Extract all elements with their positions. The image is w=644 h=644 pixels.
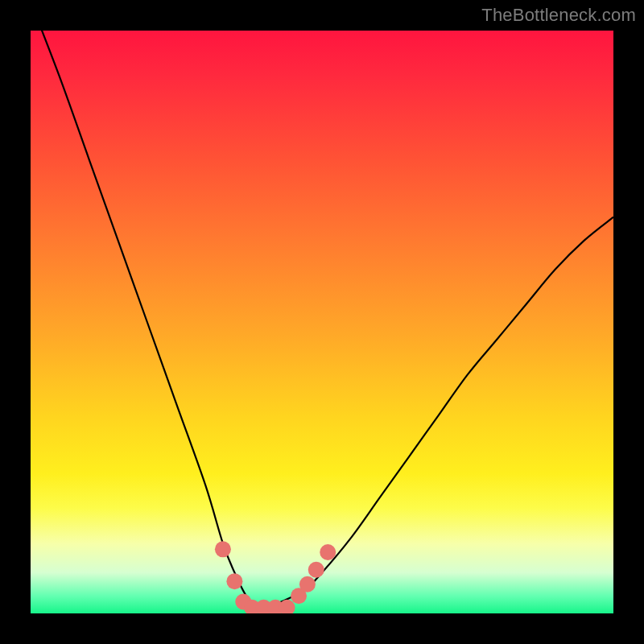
highlight-dot <box>215 541 231 557</box>
curve-line <box>31 31 613 609</box>
bottleneck-curve <box>31 31 613 613</box>
highlight-dot <box>308 562 324 578</box>
watermark-text: TheBottleneck.com <box>481 5 636 26</box>
chart-frame: TheBottleneck.com <box>0 0 644 644</box>
highlight-dot <box>299 576 316 592</box>
plot-area <box>31 31 613 613</box>
highlight-dot <box>226 573 242 589</box>
highlight-dot <box>320 544 336 560</box>
